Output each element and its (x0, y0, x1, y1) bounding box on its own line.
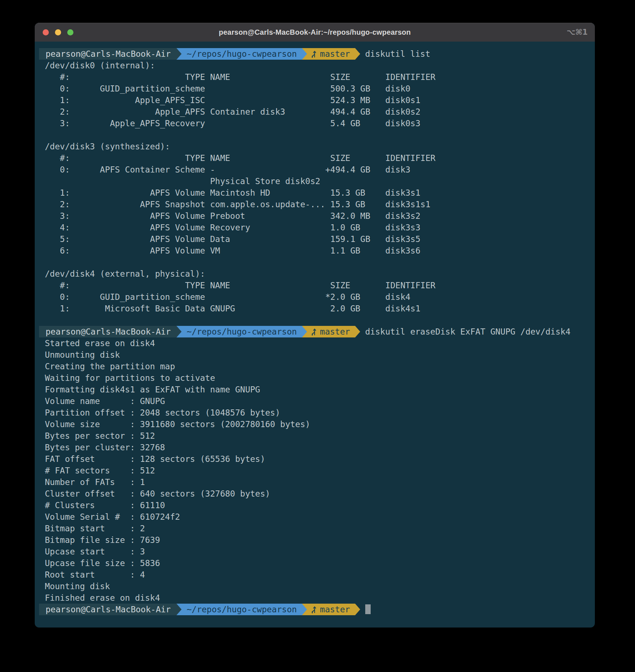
output-line: Formatting disk4s1 as ExFAT with name GN… (39, 384, 590, 395)
desktop-background: pearson@Carls-MacBook-Air:~/repos/hugo-c… (0, 0, 635, 672)
prompt-user-host: pearson@Carls-MacBook-Air (39, 326, 176, 337)
output-line: 1: Microsoft Basic Data GNUPG 2.0 GB dis… (39, 303, 590, 314)
output-line: /dev/disk3 (synthesized): (39, 141, 590, 152)
prompt-directory: ~/repos/hugo-cwpearson (182, 604, 302, 615)
minimize-button[interactable] (55, 29, 61, 35)
powerline-separator (302, 604, 307, 615)
prompt-line: pearson@Carls-MacBook-Air~/repos/hugo-cw… (39, 326, 590, 337)
output-line: 0: GUID_partition_scheme 500.3 GB disk0 (39, 83, 590, 94)
git-branch-label: master (320, 326, 350, 337)
prompt-user-host: pearson@Carls-MacBook-Air (39, 48, 176, 60)
output-line: Cluster offset : 640 sectors (327680 byt… (39, 488, 590, 499)
output-line: # Clusters : 61110 (39, 499, 590, 511)
output-line: 2: APFS Snapshot com.apple.os.update-...… (39, 199, 590, 210)
powerline-separator (176, 604, 182, 615)
output-line: 1: APFS Volume Macintosh HD 15.3 GB disk… (39, 187, 590, 199)
separator-triangle (176, 604, 182, 615)
separator-triangle (302, 604, 307, 615)
separator-triangle (355, 604, 360, 615)
powerline-separator (355, 604, 360, 615)
git-branch-icon (311, 328, 317, 336)
powerline-separator (176, 48, 182, 60)
terminal-lines: pearson@Carls-MacBook-Air~/repos/hugo-cw… (39, 48, 590, 615)
prompt-git-segment: master (307, 604, 355, 615)
prompt-user-host: pearson@Carls-MacBook-Air (39, 604, 176, 615)
prompt-git-segment: master (307, 48, 355, 60)
output-line: Started erase on disk4 (39, 337, 590, 349)
prompt-line: pearson@Carls-MacBook-Air~/repos/hugo-cw… (39, 48, 590, 60)
powerline-separator (176, 326, 182, 337)
prompt-git-segment: master (307, 326, 355, 337)
window-title: pearson@Carls-MacBook-Air:~/repos/hugo-c… (35, 28, 595, 37)
zoom-button[interactable] (67, 29, 73, 35)
output-line: 4: APFS Volume Recovery 1.0 GB disk3s3 (39, 222, 590, 233)
output-line: Partition offset : 2048 sectors (1048576… (39, 407, 590, 418)
powerline-separator (355, 48, 360, 60)
git-branch-icon (311, 50, 317, 58)
text-cursor (365, 604, 371, 614)
output-line: Finished erase on disk4 (39, 592, 590, 604)
prompt-line: pearson@Carls-MacBook-Air~/repos/hugo-cw… (39, 604, 590, 615)
terminal-body[interactable]: pearson@Carls-MacBook-Air~/repos/hugo-cw… (35, 42, 595, 628)
separator-triangle (302, 326, 307, 337)
title-bar[interactable]: pearson@Carls-MacBook-Air:~/repos/hugo-c… (35, 23, 595, 42)
prompt-directory: ~/repos/hugo-cwpearson (182, 48, 302, 60)
output-line: Upcase start : 3 (39, 546, 590, 557)
output-line (39, 256, 590, 268)
output-line: 0: APFS Container Scheme - +494.4 GB dis… (39, 164, 590, 175)
output-line: Waiting for partitions to activate (39, 372, 590, 384)
terminal-window: pearson@Carls-MacBook-Air:~/repos/hugo-c… (35, 23, 595, 628)
prompt-directory: ~/repos/hugo-cwpearson (182, 326, 302, 337)
powerline-separator (302, 326, 307, 337)
output-line: Bytes per cluster: 32768 (39, 442, 590, 453)
window-shortcut-hint: ⌥⌘1 (567, 23, 588, 42)
separator-triangle (355, 48, 360, 60)
git-branch-label: master (320, 604, 350, 615)
output-line: Number of FATs : 1 (39, 476, 590, 488)
output-line: Volume name : GNUPG (39, 395, 590, 407)
output-line: # FAT sectors : 512 (39, 465, 590, 476)
output-line: 3: APFS Volume Preboot 342.0 MB disk3s2 (39, 210, 590, 222)
output-line: 6: APFS Volume VM 1.1 GB disk3s6 (39, 245, 590, 256)
output-line: 2: Apple_APFS Container disk3 494.4 GB d… (39, 106, 590, 118)
output-line: Volume Serial # : 610724f2 (39, 511, 590, 523)
output-line: Creating the partition map (39, 361, 590, 372)
output-line: #: TYPE NAME SIZE IDENTIFIER (39, 152, 590, 164)
powerline-separator (355, 326, 360, 337)
output-line: 3: Apple_APFS_Recovery 5.4 GB disk0s3 (39, 118, 590, 129)
output-line: Physical Store disk0s2 (39, 175, 590, 187)
separator-triangle (302, 48, 307, 60)
output-line: Mounting disk (39, 580, 590, 592)
output-line (39, 129, 590, 141)
separator-triangle (355, 326, 360, 337)
output-line: Root start : 4 (39, 569, 590, 580)
separator-triangle (176, 326, 182, 337)
output-line: 1: Apple_APFS_ISC 524.3 MB disk0s1 (39, 94, 590, 106)
output-line: #: TYPE NAME SIZE IDENTIFIER (39, 71, 590, 83)
output-line: FAT offset : 128 sectors (65536 bytes) (39, 453, 590, 465)
command-text: diskutil list (360, 48, 430, 60)
output-line: 5: APFS Volume Data 159.1 GB disk3s5 (39, 233, 590, 245)
git-branch-icon (311, 605, 317, 614)
output-line: Bitmap start : 2 (39, 523, 590, 534)
output-line: /dev/disk4 (external, physical): (39, 268, 590, 280)
close-button[interactable] (43, 29, 49, 35)
output-line: Bitmap file size : 7639 (39, 534, 590, 546)
powerline-separator (302, 48, 307, 60)
output-line (39, 314, 590, 326)
output-line: Volume size : 3911680 sectors (200278016… (39, 418, 590, 430)
command-text: diskutil eraseDisk ExFAT GNUPG /dev/disk… (360, 326, 571, 337)
git-branch-label: master (320, 48, 350, 60)
separator-triangle (176, 48, 182, 60)
output-line: Upcase file size : 5836 (39, 557, 590, 569)
output-line: Unmounting disk (39, 349, 590, 361)
window-controls (43, 23, 73, 42)
output-line: Bytes per sector : 512 (39, 430, 590, 442)
output-line: /dev/disk0 (internal): (39, 60, 590, 71)
output-line: #: TYPE NAME SIZE IDENTIFIER (39, 280, 590, 291)
output-line: 0: GUID_partition_scheme *2.0 GB disk4 (39, 291, 590, 303)
